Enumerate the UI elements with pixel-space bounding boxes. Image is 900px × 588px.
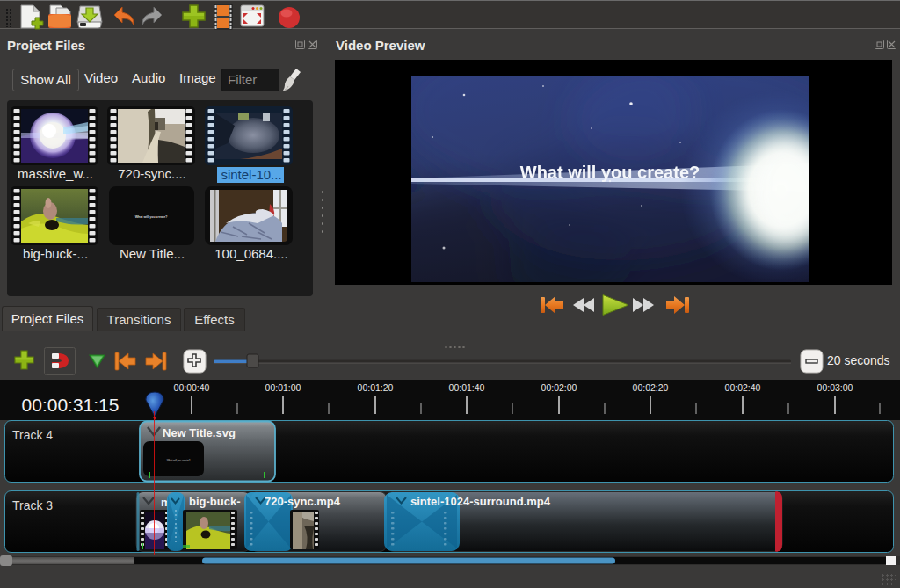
svg-text:Track 3: Track 3 bbox=[12, 498, 53, 512]
svg-text:Track 4: Track 4 bbox=[12, 428, 53, 442]
svg-text:What will you create?: What will you create? bbox=[135, 215, 168, 219]
svg-text:sintel-10...: sintel-10... bbox=[221, 167, 281, 182]
svg-text:720-sync.mp4: 720-sync.mp4 bbox=[265, 495, 341, 508]
svg-text:New Title.svg: New Title.svg bbox=[163, 426, 236, 439]
svg-text:big-buck-...: big-buck-... bbox=[23, 246, 88, 261]
svg-text:00:01:00: 00:01:00 bbox=[265, 382, 301, 393]
svg-text:100_0684....: 100_0684.... bbox=[214, 246, 287, 261]
svg-text:00:02:40: 00:02:40 bbox=[725, 382, 761, 393]
svg-text:What will you create?: What will you create? bbox=[520, 163, 700, 182]
svg-text:00:03:00: 00:03:00 bbox=[817, 382, 853, 393]
svg-text:00:00:31:15: 00:00:31:15 bbox=[22, 395, 120, 415]
svg-text:00:02:20: 00:02:20 bbox=[633, 382, 669, 393]
svg-text:00:00:40: 00:00:40 bbox=[174, 382, 210, 393]
svg-text:720-sync....: 720-sync.... bbox=[118, 166, 186, 181]
svg-text:00:02:00: 00:02:00 bbox=[541, 382, 577, 393]
svg-text:00:01:40: 00:01:40 bbox=[449, 382, 485, 393]
svg-text:What will you create?: What will you create? bbox=[167, 459, 191, 462]
svg-text:00:01:20: 00:01:20 bbox=[358, 382, 394, 393]
svg-text:massive_w...: massive_w... bbox=[18, 166, 93, 181]
svg-text:New Title...: New Title... bbox=[120, 246, 185, 261]
svg-text:big-buck-: big-buck- bbox=[189, 495, 241, 508]
svg-text:sintel-1024-surround.mp4: sintel-1024-surround.mp4 bbox=[410, 495, 551, 508]
